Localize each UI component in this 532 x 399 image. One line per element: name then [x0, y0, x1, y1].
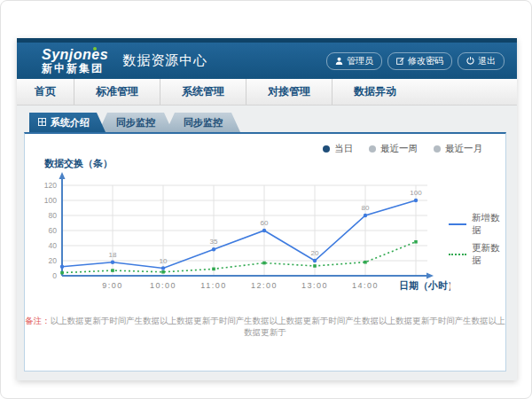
svg-text:10:00: 10:00: [150, 281, 176, 290]
nav-item-home[interactable]: 首页: [17, 79, 74, 105]
page-title: 数据资源中心: [122, 52, 207, 69]
legend-item-updated-data[interactable]: 更新数据: [449, 242, 505, 267]
svg-text:80: 80: [49, 211, 58, 220]
chart-panel: 当日 最近一周 最近一月 数据交换（条） 0204060801001209:00…: [24, 132, 506, 372]
svg-text:100: 100: [410, 189, 422, 197]
logo-green-dot-icon: [93, 47, 97, 51]
edit-icon: [396, 57, 404, 65]
legend-line-sample: [449, 223, 466, 225]
svg-text:日期（小时）: 日期（小时）: [399, 280, 450, 292]
main-nav: 首页 标准管理 系统管理 对接管理 数据异动: [17, 79, 517, 106]
svg-text:35: 35: [210, 238, 218, 246]
svg-text:11:00: 11:00: [200, 281, 226, 290]
current-user-button[interactable]: 管理员: [326, 52, 382, 70]
y-axis-title: 数据交换（条）: [44, 157, 113, 170]
svg-text:9:00: 9:00: [102, 281, 123, 290]
svg-text:0: 0: [52, 271, 57, 280]
svg-text:40: 40: [49, 241, 58, 250]
change-password-button[interactable]: 修改密码: [387, 52, 452, 70]
radio-label: 当日: [334, 143, 353, 155]
user-icon: [335, 57, 343, 65]
nav-item-system-mgmt[interactable]: 系统管理: [160, 79, 246, 105]
svg-text:20: 20: [49, 256, 58, 265]
note-prefix: 备注：: [25, 316, 51, 325]
tab-bar: 系统介绍 同步监控 同步监控: [29, 113, 240, 132]
svg-text:120: 120: [44, 181, 57, 190]
radio-dot-icon: [323, 145, 330, 153]
svg-text:12:00: 12:00: [251, 281, 278, 290]
svg-text:60: 60: [261, 219, 269, 227]
tab-sync-monitor-2[interactable]: 同步监控: [166, 113, 240, 132]
footer-note: 备注：以上数据更新于时间产生数据以上数据更新于时间产生数据以上数据更新于时间产生…: [25, 316, 505, 339]
user-area: 管理员 修改密码 退出: [326, 43, 505, 79]
svg-text:20: 20: [311, 249, 319, 257]
logo-company-name: 新中新集团: [42, 63, 108, 74]
logout-button[interactable]: 退出: [458, 52, 505, 70]
tab-system-intro[interactable]: 系统介绍: [29, 113, 106, 132]
radio-label: 最近一周: [380, 143, 418, 155]
svg-text:10: 10: [160, 257, 168, 265]
chart-legend: 新增数据 更新数据: [449, 212, 505, 267]
legend-label: 更新数据: [472, 242, 505, 267]
nav-item-docking-mgmt[interactable]: 对接管理: [246, 79, 332, 105]
svg-text:13:00: 13:00: [301, 281, 328, 290]
svg-text:60: 60: [49, 226, 58, 235]
svg-text:18: 18: [109, 251, 117, 259]
content-area: 系统介绍 同步监控 同步监控 当日 最近一周: [17, 106, 517, 380]
current-user-label: 管理员: [347, 55, 373, 67]
screen-frame: Synjones 新中新集团 数据资源中心 管理员 修改密码: [0, 0, 532, 399]
app-window: Synjones 新中新集团 数据资源中心 管理员 修改密码: [17, 38, 517, 380]
tab-label: 同步监控: [116, 116, 155, 129]
tab-label: 同步监控: [184, 116, 223, 129]
tab-label: 系统介绍: [51, 116, 90, 129]
nav-item-data-change[interactable]: 数据异动: [332, 79, 418, 105]
tab-sync-monitor-1[interactable]: 同步监控: [98, 113, 173, 132]
logout-label: 退出: [478, 55, 496, 67]
logout-icon: [466, 57, 474, 65]
radio-today[interactable]: 当日: [323, 143, 353, 155]
radio-dot-icon: [434, 145, 441, 153]
note-body: 以上数据更新于时间产生数据以上数据更新于时间产生数据以上数据更新于时间产生数据以…: [51, 316, 505, 337]
svg-text:100: 100: [44, 196, 57, 205]
legend-line-sample: [449, 254, 466, 255]
company-logo: Synjones 新中新集团: [42, 48, 108, 74]
line-chart: 0204060801001209:0010:0011:0012:0013:001…: [34, 169, 450, 302]
grid-icon: [38, 117, 46, 128]
radio-label: 最近一月: [445, 143, 482, 155]
time-range-filter: 当日 最近一周 最近一月: [323, 143, 482, 155]
legend-item-new-data[interactable]: 新增数据: [449, 212, 505, 237]
nav-item-standard-mgmt[interactable]: 标准管理: [74, 79, 160, 105]
radio-last-week[interactable]: 最近一周: [369, 143, 418, 155]
radio-dot-icon: [369, 145, 376, 153]
svg-text:80: 80: [362, 204, 370, 212]
radio-last-month[interactable]: 最近一月: [434, 143, 482, 155]
logo-wordmark: Synjones: [42, 48, 108, 63]
change-password-label: 修改密码: [408, 55, 443, 67]
app-header: Synjones 新中新集团 数据资源中心 管理员 修改密码: [17, 38, 517, 79]
legend-label: 新增数据: [472, 212, 505, 237]
svg-text:14:00: 14:00: [352, 281, 379, 290]
